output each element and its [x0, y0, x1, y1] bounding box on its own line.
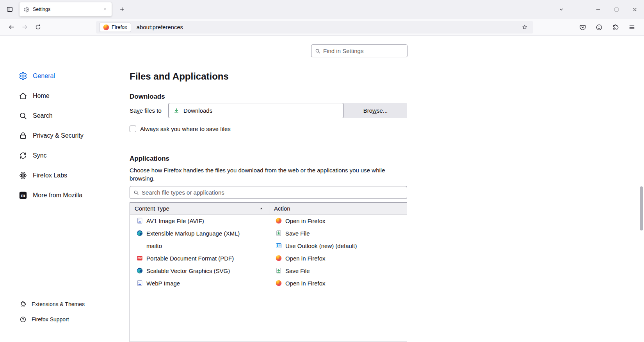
bookmark-star-button[interactable]	[519, 22, 530, 33]
image-file-icon	[137, 280, 143, 286]
firefox-icon	[276, 280, 282, 286]
action-header-label: Action	[274, 205, 290, 212]
list-all-tabs-button[interactable]	[555, 4, 567, 15]
column-header-content-type[interactable]: Content Type	[130, 203, 269, 214]
sidebar-item-sync[interactable]: Sync	[0, 145, 117, 165]
sidebar-item-label: Firefox Support	[32, 316, 69, 323]
content-type-label: AV1 Image File (AVIF)	[146, 218, 204, 224]
minimize-button[interactable]	[589, 0, 607, 19]
pdf-icon: PDF	[137, 255, 143, 261]
settings-page: GeneralHomeSearchPrivacy & SecuritySyncF…	[0, 36, 644, 342]
type-cell: Scalable Vector Graphics (SVG)	[130, 264, 269, 277]
url-bar[interactable]: Firefox about:preferences	[96, 21, 533, 34]
content-type-label: Scalable Vector Graphics (SVG)	[146, 268, 230, 274]
downloads-heading: Downloads	[130, 93, 165, 101]
table-row[interactable]: Extensible Markup Language (XML)Save Fil…	[130, 227, 407, 239]
table-row[interactable]: PDFPortable Document Format (PDF)Open in…	[130, 252, 407, 264]
sidebar-items: GeneralHomeSearchPrivacy & SecuritySyncF…	[0, 66, 117, 205]
labs-icon	[19, 171, 27, 180]
content-type-label: Extensible Markup Language (XML)	[146, 230, 240, 237]
tab-close-button[interactable]	[101, 5, 109, 14]
action-cell: Save File	[269, 227, 407, 239]
type-cell: Extensible Markup Language (XML)	[130, 227, 269, 239]
always-ask-row[interactable]: Always ask you where to save files	[130, 123, 231, 135]
page-scrollbar-thumb[interactable]	[640, 186, 643, 230]
type-cell: PDFPortable Document Format (PDF)	[130, 252, 269, 264]
close-window-button[interactable]	[626, 0, 644, 19]
edge-icon	[137, 268, 143, 274]
type-cell: mailto	[130, 239, 269, 252]
action-label: Open in Firefox	[285, 280, 326, 287]
back-button[interactable]	[5, 21, 18, 34]
new-tab-button[interactable]	[116, 4, 128, 15]
applications-table: Content Type Action AV1 Image File (AVIF…	[130, 202, 407, 342]
account-button[interactable]	[592, 21, 606, 34]
outlook-icon	[276, 243, 282, 249]
maximize-button[interactable]	[607, 0, 626, 19]
sync-icon	[19, 151, 27, 160]
back-icon	[8, 24, 15, 30]
sidebar-item-extensions-themes[interactable]: Extensions & Themes	[0, 296, 117, 312]
url-text: about:preferences	[137, 24, 519, 30]
svg-text:PDF: PDF	[138, 257, 142, 259]
sidebar-item-firefox-labs[interactable]: Firefox Labs	[0, 165, 117, 185]
applications-search-box	[130, 186, 407, 199]
column-header-action[interactable]: Action	[269, 203, 407, 214]
action-label: Save File	[285, 268, 310, 274]
sidebar-item-label: Home	[33, 92, 50, 99]
sidebar-item-home[interactable]: Home	[0, 86, 117, 106]
table-row[interactable]: AV1 Image File (AVIF)Open in Firefox	[130, 214, 407, 227]
settings-gear-favicon-icon	[24, 7, 30, 12]
tab-bar: Settings	[0, 0, 644, 19]
always-ask-label: Always ask you where to save files	[140, 126, 231, 132]
firefox-icon	[276, 218, 282, 224]
sidebar-item-privacy-security[interactable]: Privacy & Security	[0, 126, 117, 145]
content-type-label: Portable Document Format (PDF)	[146, 255, 234, 262]
applications-table-body: AV1 Image File (AVIF)Open in FirefoxExte…	[130, 214, 407, 289]
sidebar-item-general[interactable]: General	[0, 66, 117, 86]
navigation-toolbar: Firefox about:preferences	[0, 19, 644, 36]
search-chip-label: Firefox	[112, 24, 127, 30]
browse-button[interactable]: Browse...	[344, 103, 407, 118]
table-header: Content Type Action	[130, 203, 407, 214]
search-icon	[19, 112, 27, 120]
save-to-pocket-button[interactable]	[576, 21, 589, 34]
firefox-view-button[interactable]	[4, 4, 16, 15]
tab-settings[interactable]: Settings	[20, 2, 112, 16]
table-row[interactable]: mailtoUse Outlook (new) (default)	[130, 239, 407, 252]
open-application-menu-button[interactable]	[625, 21, 639, 34]
applications-heading: Applications	[130, 155, 169, 163]
content-type-header-label: Content Type	[135, 205, 169, 212]
forward-icon	[21, 24, 28, 30]
always-ask-checkbox[interactable]	[130, 126, 136, 132]
sidebar-item-more-from-mozilla[interactable]: mMore from Mozilla	[0, 185, 117, 205]
sort-ascending-icon	[259, 206, 263, 211]
extensions-button[interactable]	[609, 21, 622, 34]
forward-button[interactable]	[18, 21, 31, 34]
reload-button[interactable]	[31, 21, 44, 34]
menu-icon	[628, 24, 635, 31]
action-cell: Use Outlook (new) (default)	[269, 239, 407, 252]
table-row[interactable]: WebP ImageOpen in Firefox	[130, 277, 407, 289]
sidebar-item-label: More from Mozilla	[33, 192, 82, 199]
sidebar-item-label: Search	[33, 112, 53, 119]
chevron-down-icon	[558, 6, 564, 12]
tab-title: Settings	[33, 7, 101, 12]
save-icon	[276, 268, 282, 274]
sidebar-item-firefox-support[interactable]: Firefox Support	[0, 312, 117, 327]
lock-icon	[19, 131, 27, 140]
maximize-icon	[613, 6, 620, 13]
action-cell: Save File	[269, 264, 407, 277]
search-engine-chip[interactable]: Firefox	[99, 23, 131, 32]
sidebar-footer-items: Extensions & ThemesFirefox Support	[0, 296, 117, 327]
sidebar-item-search[interactable]: Search	[0, 106, 117, 126]
find-in-settings-input[interactable]	[323, 48, 404, 54]
content-type-label: WebP Image	[146, 280, 180, 287]
table-row[interactable]: Scalable Vector Graphics (SVG)Save File	[130, 264, 407, 277]
find-in-settings-box	[311, 44, 407, 57]
action-cell: Open in Firefox	[269, 277, 407, 289]
extensions-icon	[612, 24, 619, 31]
type-cell: AV1 Image File (AVIF)	[130, 214, 269, 227]
applications-search-input[interactable]	[142, 189, 403, 196]
download-folder-value: Downloads	[183, 107, 212, 114]
